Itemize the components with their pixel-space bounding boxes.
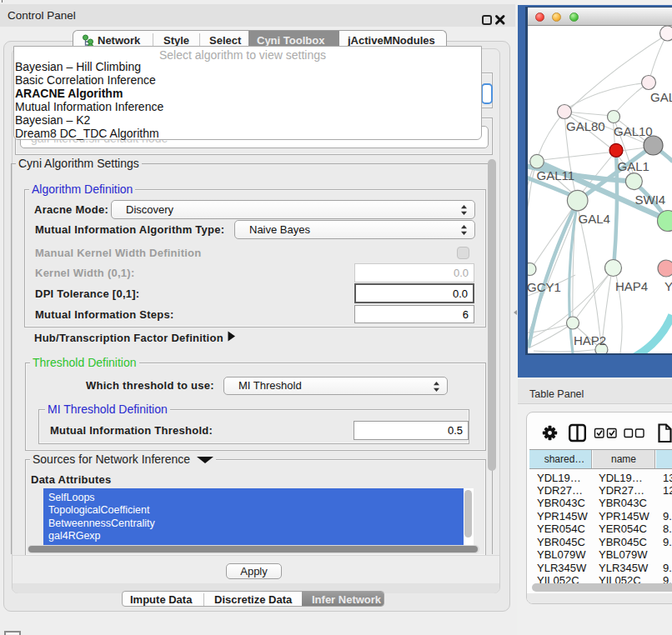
svg-text:GAL2: GAL2: [650, 90, 672, 104]
svg-text:YJ: YJ: [664, 279, 672, 293]
svg-text:GAL11: GAL11: [537, 168, 575, 182]
svg-text:GAL80: GAL80: [566, 119, 605, 133]
svg-text:HAP4: HAP4: [615, 279, 648, 293]
svg-text:GCY1: GCY1: [528, 280, 561, 294]
svg-text:GAL10: GAL10: [614, 124, 653, 138]
svg-text:HAP2: HAP2: [574, 333, 606, 348]
svg-text:GAL4: GAL4: [579, 212, 610, 226]
svg-text:GAL1: GAL1: [618, 159, 649, 173]
svg-text:SWI4: SWI4: [635, 192, 666, 207]
